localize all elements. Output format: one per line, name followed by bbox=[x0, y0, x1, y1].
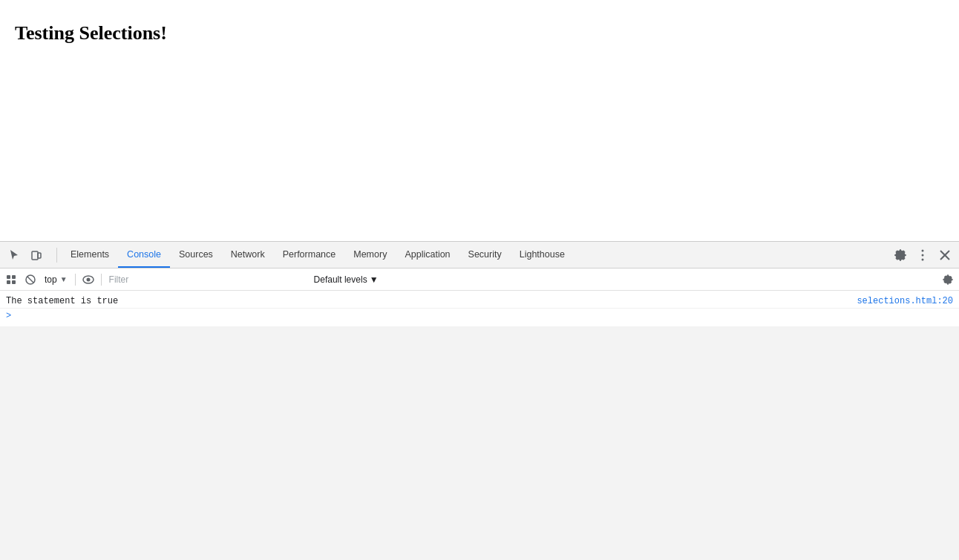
tab-memory[interactable]: Memory bbox=[344, 242, 396, 268]
eye-icon bbox=[82, 275, 94, 284]
console-prompt-row[interactable]: > bbox=[0, 309, 959, 323]
svg-line-12 bbox=[27, 277, 33, 283]
page-content: Testing Selections! bbox=[0, 0, 959, 67]
more-options-button[interactable] bbox=[913, 246, 932, 265]
tab-security[interactable]: Security bbox=[459, 242, 511, 268]
page-title: Testing Selections! bbox=[15, 22, 944, 45]
tab-lighthouse[interactable]: Lighthouse bbox=[511, 242, 574, 268]
console-toolbar: top ▼ Default levels ▼ bbox=[0, 269, 959, 291]
console-log-source[interactable]: selections.html:20 bbox=[857, 296, 953, 306]
default-levels-arrow: ▼ bbox=[370, 274, 379, 285]
svg-rect-0 bbox=[32, 251, 38, 260]
live-expressions-button[interactable] bbox=[80, 271, 96, 288]
cursor-icon bbox=[8, 249, 20, 261]
run-icon bbox=[6, 274, 16, 285]
execute-context-button[interactable] bbox=[3, 271, 19, 288]
svg-point-2 bbox=[922, 249, 924, 251]
tab-elements[interactable]: Elements bbox=[62, 242, 118, 268]
svg-rect-10 bbox=[12, 280, 16, 284]
filter-input[interactable] bbox=[106, 273, 307, 286]
clear-icon bbox=[25, 274, 36, 285]
default-levels-label: Default levels bbox=[314, 274, 367, 285]
console-divider-2 bbox=[101, 274, 102, 286]
devtools-panel: Elements Console Sources Network Perform… bbox=[0, 241, 959, 560]
tab-performance[interactable]: Performance bbox=[274, 242, 345, 268]
svg-point-14 bbox=[86, 277, 90, 281]
more-dots-icon bbox=[917, 249, 929, 261]
context-dropdown-arrow: ▼ bbox=[60, 275, 68, 283]
inspect-element-button[interactable] bbox=[4, 246, 24, 265]
devtools-tabs: Elements Console Sources Network Perform… bbox=[62, 242, 891, 268]
tab-console[interactable]: Console bbox=[118, 242, 170, 268]
devtools-settings-button[interactable] bbox=[891, 246, 910, 265]
tab-network[interactable]: Network bbox=[222, 242, 274, 268]
devtools-right-icons bbox=[891, 246, 955, 265]
console-output: The statement is true selections.html:20… bbox=[0, 291, 959, 326]
context-label: top bbox=[45, 274, 57, 285]
toolbar-divider-1 bbox=[56, 248, 57, 263]
close-icon bbox=[939, 249, 951, 261]
svg-point-3 bbox=[922, 254, 924, 256]
default-levels-button[interactable]: Default levels ▼ bbox=[310, 273, 383, 286]
device-icon bbox=[30, 249, 42, 261]
console-log-row: The statement is true selections.html:20 bbox=[0, 294, 959, 309]
console-gear-icon bbox=[943, 274, 953, 285]
svg-rect-7 bbox=[7, 275, 10, 279]
context-selector[interactable]: top ▼ bbox=[42, 273, 71, 286]
gear-icon bbox=[894, 249, 906, 261]
svg-rect-9 bbox=[7, 280, 10, 284]
devtools-toolbar: Elements Console Sources Network Perform… bbox=[0, 242, 959, 269]
console-log-message: The statement is true bbox=[6, 296, 118, 306]
close-devtools-button[interactable] bbox=[935, 246, 955, 265]
device-toggle-button[interactable] bbox=[27, 246, 46, 265]
svg-rect-8 bbox=[12, 275, 16, 279]
svg-rect-1 bbox=[38, 253, 41, 258]
clear-console-button[interactable] bbox=[22, 271, 39, 288]
tab-application[interactable]: Application bbox=[396, 242, 459, 268]
svg-point-4 bbox=[922, 258, 924, 260]
console-settings-button[interactable] bbox=[940, 271, 956, 288]
console-prompt-arrow: > bbox=[6, 311, 11, 321]
tab-sources[interactable]: Sources bbox=[170, 242, 222, 268]
console-divider-1 bbox=[75, 274, 76, 286]
toolbar-left-icons bbox=[4, 246, 46, 265]
